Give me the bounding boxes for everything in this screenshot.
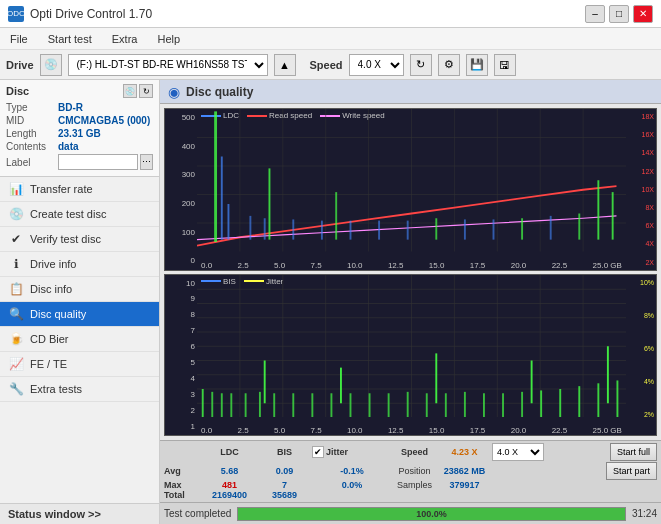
drive-icon-btn[interactable]: 💿 xyxy=(40,54,62,76)
progress-area: Test completed 100.0% 31:24 xyxy=(160,502,661,524)
bis-chart-body: BIS Jitter xyxy=(197,275,626,436)
maximize-button[interactable]: □ xyxy=(609,5,629,23)
menu-help[interactable]: Help xyxy=(151,31,186,47)
stats-bar: LDC BIS ✔ Jitter Speed 4.23 X 4.0 X Star… xyxy=(160,440,661,502)
svg-rect-60 xyxy=(330,393,332,417)
nav-transfer-rate[interactable]: 📊 Transfer rate xyxy=(0,177,159,202)
svg-rect-68 xyxy=(483,393,485,417)
speed-select-drive[interactable]: 4.0 X xyxy=(349,54,404,76)
speed-label: Speed xyxy=(310,59,343,71)
speed-refresh-btn[interactable]: ↻ xyxy=(410,54,432,76)
start-full-button[interactable]: Start full xyxy=(610,443,657,461)
svg-rect-22 xyxy=(407,221,409,240)
svg-rect-13 xyxy=(214,111,217,242)
nav-verify-test-disc[interactable]: ✔ Verify test disc xyxy=(0,227,159,252)
svg-rect-79 xyxy=(531,360,533,403)
menu-file[interactable]: File xyxy=(4,31,34,47)
svg-rect-56 xyxy=(259,391,261,417)
max-bis: 7 xyxy=(257,480,312,490)
svg-rect-57 xyxy=(273,393,275,417)
menu-bar: File Start test Extra Help xyxy=(0,28,661,50)
main-layout: Disc 💿 ↻ Type BD-R MID CMCMAGBA5 (000) L… xyxy=(0,80,661,524)
save-btn[interactable]: 🖫 xyxy=(494,54,516,76)
svg-rect-31 xyxy=(269,168,271,239)
svg-rect-21 xyxy=(378,221,380,240)
nav-disc-info[interactable]: 📋 Disc info xyxy=(0,277,159,302)
nav-drive-info[interactable]: ℹ Drive info xyxy=(0,252,159,277)
nav-extra-tests[interactable]: 🔧 Extra tests xyxy=(0,377,159,402)
label-field-label: Label xyxy=(6,157,58,168)
stats-jitter-header: Jitter xyxy=(326,447,348,457)
chart-header-icon: ◉ xyxy=(168,84,180,100)
nav-disc-quality[interactable]: 🔍 Disc quality xyxy=(0,302,159,327)
disc-icon-btn2[interactable]: ↻ xyxy=(139,84,153,98)
speed-settings-btn[interactable]: ⚙ xyxy=(438,54,460,76)
nav-create-test-disc[interactable]: 💿 Create test disc xyxy=(0,202,159,227)
stats-ldc-header: LDC xyxy=(202,447,257,457)
ldc-chart-body: LDC Read speed Write speed xyxy=(197,109,626,270)
svg-rect-74 xyxy=(597,383,599,417)
label-input[interactable] xyxy=(58,154,138,170)
jitter-checkbox[interactable]: ✔ xyxy=(312,446,324,458)
create-test-disc-icon: 💿 xyxy=(8,207,24,221)
svg-rect-29 xyxy=(597,180,599,239)
contents-field-label: Contents xyxy=(6,141,58,152)
svg-rect-32 xyxy=(335,192,337,240)
svg-rect-23 xyxy=(435,218,437,239)
avg-bis: 0.09 xyxy=(257,466,312,476)
speed-disc-btn[interactable]: 💾 xyxy=(466,54,488,76)
close-button[interactable]: ✕ xyxy=(633,5,653,23)
progress-bar-container: 100.0% xyxy=(237,507,626,521)
position-lbl: Position xyxy=(392,466,437,476)
nav-fe-te[interactable]: 📈 FE / TE xyxy=(0,352,159,377)
eject-button[interactable]: ▲ xyxy=(274,54,296,76)
fe-te-icon: 📈 xyxy=(8,357,24,371)
svg-rect-24 xyxy=(464,219,466,239)
label-browse-btn[interactable]: ⋯ xyxy=(140,154,153,170)
start-part-button[interactable]: Start part xyxy=(606,462,657,480)
ldc-x-axis: 0.0 2.5 5.0 7.5 10.0 12.5 15.0 17.5 20.0… xyxy=(197,252,626,270)
avg-label: Avg xyxy=(164,466,202,476)
bis-x-axis: 0.0 2.5 5.0 7.5 10.0 12.5 15.0 17.5 20.0… xyxy=(197,417,626,435)
bis-y-axis-right: 10% 8% 6% 4% 2% xyxy=(626,275,656,436)
disc-icon-btn1[interactable]: 💿 xyxy=(123,84,137,98)
svg-rect-25 xyxy=(493,219,495,239)
svg-rect-71 xyxy=(540,390,542,417)
svg-rect-54 xyxy=(230,393,232,417)
ldc-y-axis-right: 18X 16X 14X 12X 10X 8X 6X 4X 2X xyxy=(626,109,656,270)
position-val: 23862 MB xyxy=(437,466,492,476)
minimize-button[interactable]: – xyxy=(585,5,605,23)
total-label: Total xyxy=(164,490,202,500)
samples-val: 379917 xyxy=(437,480,492,490)
svg-rect-70 xyxy=(521,391,523,417)
status-window-btn[interactable]: Status window >> xyxy=(0,503,159,524)
start-buttons: Start full xyxy=(610,443,657,461)
svg-rect-64 xyxy=(407,391,409,417)
drive-select[interactable]: (F:) HL-DT-ST BD-RE WH16NS58 TST4 xyxy=(68,54,268,76)
max-jitter: 0.0% xyxy=(312,480,392,490)
ldc-y-axis-left: 500 400 300 200 100 0 xyxy=(165,109,197,270)
avg-jitter: -0.1% xyxy=(312,466,392,476)
bis-y-axis-left: 10 9 8 7 6 5 4 3 2 1 xyxy=(165,275,197,436)
stats-speed-lbl: Speed xyxy=(392,447,437,457)
svg-rect-18 xyxy=(292,219,294,239)
ldc-chart-svg xyxy=(197,109,626,252)
svg-rect-15 xyxy=(228,204,230,240)
stats-speed-dropdown[interactable]: 4.0 X xyxy=(492,443,544,461)
svg-rect-17 xyxy=(264,218,266,239)
menu-extra[interactable]: Extra xyxy=(106,31,144,47)
svg-rect-73 xyxy=(578,386,580,417)
app-title: Opti Drive Control 1.70 xyxy=(30,7,152,21)
start-part-buttons: Start part xyxy=(606,462,657,480)
bis-chart: 10 9 8 7 6 5 4 3 2 1 BIS xyxy=(164,274,657,437)
disc-quality-icon: 🔍 xyxy=(8,307,24,321)
max-label: Max xyxy=(164,480,202,490)
menu-start-test[interactable]: Start test xyxy=(42,31,98,47)
svg-rect-59 xyxy=(311,393,313,417)
type-field-value: BD-R xyxy=(58,102,83,113)
svg-rect-61 xyxy=(350,393,352,417)
drive-bar: Drive 💿 (F:) HL-DT-ST BD-RE WH16NS58 TST… xyxy=(0,50,661,80)
nav-cd-bier[interactable]: 🍺 CD Bier xyxy=(0,327,159,352)
status-text: Test completed xyxy=(164,508,231,519)
svg-rect-62 xyxy=(369,393,371,417)
